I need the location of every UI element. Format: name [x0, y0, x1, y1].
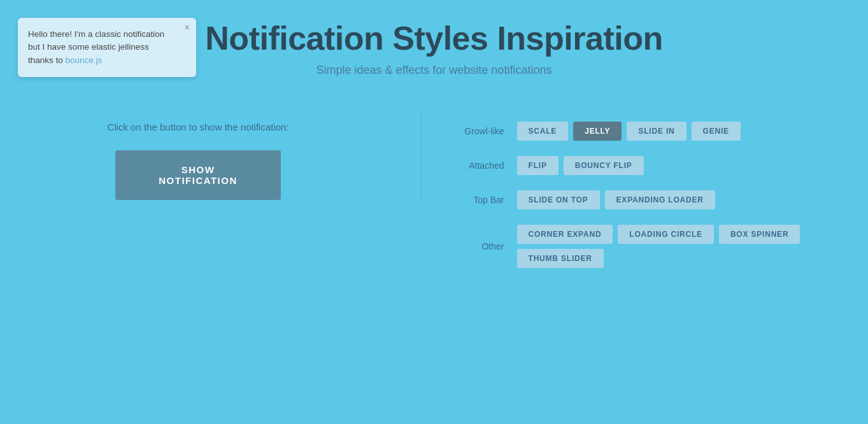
content-row: Click on the button to show the notifica…: [0, 109, 868, 283]
style-row: AttachedFLIPBOUNCY FLIP: [460, 156, 867, 175]
notification-popup: × Hello there! I'm a classic notificatio…: [18, 18, 196, 77]
style-row-label: Other: [460, 241, 517, 251]
bounce-js-link[interactable]: bounce.js: [66, 55, 103, 65]
style-button-scale[interactable]: SCALE: [517, 122, 569, 141]
style-button-loading-circle[interactable]: LOADING CIRCLE: [618, 225, 714, 244]
notification-text: Hello there! I'm a classic notification …: [28, 28, 173, 67]
style-row: OtherCORNER EXPANDLOADING CIRCLEBOX SPIN…: [460, 225, 867, 268]
style-row-label: Top Bar: [460, 195, 517, 205]
style-row: Top BarSLIDE ON TOPEXPANDING LOADER: [460, 190, 867, 209]
style-button-jelly[interactable]: JELLY: [573, 122, 622, 141]
style-button-box-spinner[interactable]: BOX SPINNER: [719, 225, 800, 244]
style-button-bouncy-flip[interactable]: BOUNCY FLIP: [564, 156, 644, 175]
style-buttons-group: SCALEJELLYSLIDE INGENIE: [517, 122, 741, 141]
style-row-label: Attached: [460, 160, 517, 171]
style-row: Growl-likeSCALEJELLYSLIDE INGENIE: [460, 122, 867, 141]
show-notification-button[interactable]: SHOW NOTIFICATION: [115, 150, 281, 200]
style-buttons-group: FLIPBOUNCY FLIP: [517, 156, 644, 175]
style-row-label: Growl-like: [460, 126, 517, 136]
style-button-genie[interactable]: GENIE: [692, 122, 741, 141]
style-button-corner-expand[interactable]: CORNER EXPAND: [517, 225, 613, 244]
style-button-slide-on-top[interactable]: SLIDE ON TOP: [517, 190, 600, 209]
style-button-flip[interactable]: FLIP: [517, 156, 559, 175]
style-buttons-group: CORNER EXPANDLOADING CIRCLEBOX SPINNERTH…: [517, 225, 867, 268]
style-button-thumb-slider[interactable]: THUMB SLIDER: [517, 249, 604, 268]
style-button-slide-in[interactable]: SLIDE IN: [627, 122, 686, 141]
left-panel: Click on the button to show the notifica…: [1, 109, 422, 200]
style-button-expanding-loader[interactable]: EXPANDING LOADER: [605, 190, 715, 209]
style-buttons-group: SLIDE ON TOPEXPANDING LOADER: [517, 190, 715, 209]
notification-close-button[interactable]: ×: [185, 23, 190, 32]
instruction-text: Click on the button to show the notifica…: [107, 122, 288, 132]
right-panel: Growl-likeSCALEJELLYSLIDE INGENIEAttache…: [422, 109, 867, 283]
